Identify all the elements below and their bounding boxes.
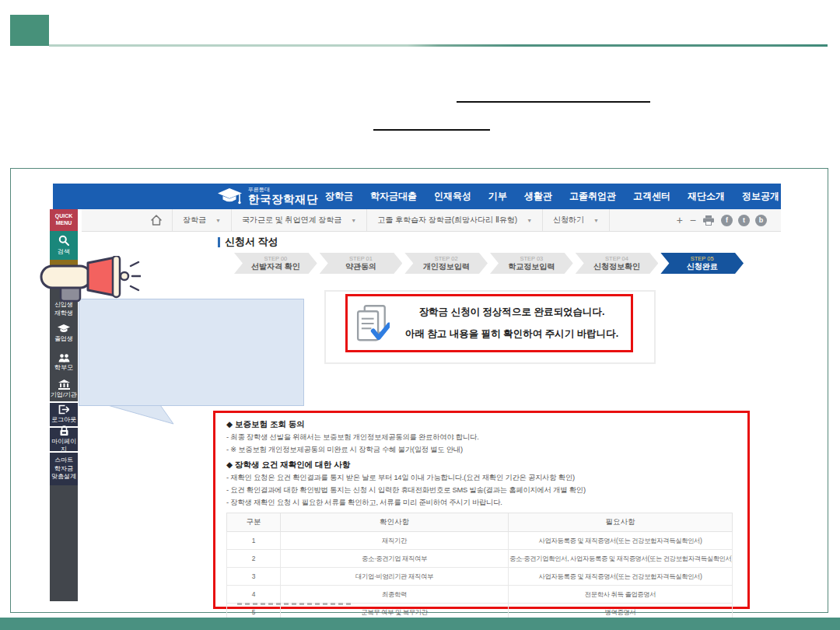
sidebar-item-label: 기업/기관: [51, 391, 77, 399]
breadcrumb-dropdown[interactable]: 국가근로 및 취업연계 장학금▼: [231, 209, 366, 231]
megaphone-icon: [40, 256, 141, 304]
table-cell: 4: [227, 586, 281, 604]
home-icon[interactable]: [150, 214, 163, 226]
step-label: 선발자격 확인: [251, 262, 300, 271]
breadcrumb-dropdown[interactable]: 장학금▼: [172, 209, 231, 231]
step-number: STEP 03: [520, 255, 543, 262]
completion-message-text: 장학금 신청이 정상적으로 완료되었습니다. 아래 참고 내용을 필히 확인하여…: [401, 302, 623, 345]
table-cell: 재직기간: [281, 532, 509, 550]
facebook-icon[interactable]: f: [721, 215, 733, 226]
notice-bullet: - 최종 장학생 선발을 위해서는 보증보험 개인정보제공동의를 완료하여야 합…: [226, 431, 738, 443]
completion-highlight-box: 장학금 신청이 정상적으로 완료되었습니다. 아래 참고 내용을 필히 확인하여…: [345, 294, 633, 352]
nav-item[interactable]: 정보공개: [742, 190, 779, 203]
sidebar-item-label: 로그아웃: [51, 416, 76, 424]
required-documents-table: 구분확인사항필요사항 1재직기간사업자등록증 및 재직증명서(또는 건강보험자격…: [226, 513, 733, 621]
website-screenshot-frame: 푸른등대 한국장학재단 장학금학자금대출인재육성기부생활관고졸취업관고객센터재단…: [10, 168, 828, 613]
step-indicator: STEP 00선발자격 확인STEP 01약관동의STEP 02개인정보입력ST…: [234, 253, 744, 274]
step-number: STEP 02: [435, 255, 458, 262]
graduation-cap-icon: [218, 187, 244, 205]
table-cell: 최종학력: [281, 586, 509, 604]
table-cell: 전문학사 취득 졸업증명서: [509, 586, 733, 604]
breadcrumb-dropdown[interactable]: 신청하기▼: [542, 209, 610, 231]
table-row: 2중소·중견기업 재직여부중소·중견기업확인서, 사업자등록증 및 재직증명서(…: [227, 550, 733, 568]
sidebar-item-label: 졸업생: [54, 335, 73, 343]
step-chevron: STEP 01약관동의: [320, 253, 403, 274]
nav-item[interactable]: 생활관: [524, 190, 552, 203]
table-cell: 1: [227, 532, 281, 550]
table-column-header: 필요사항: [509, 513, 733, 532]
breadcrumb-dropdown[interactable]: 고졸 후학습자 장학금(희망사다리 Ⅱ유형)▼: [366, 209, 542, 231]
nav-item[interactable]: 학자금대출: [370, 190, 417, 203]
slide-accent-block: [10, 15, 49, 46]
blog-icon[interactable]: b: [755, 215, 767, 226]
site-navbar: 푸른등대 한국장학재단 장학금학자금대출인재육성기부생활관고졸취업관고객센터재단…: [53, 184, 781, 209]
nav-item[interactable]: 인재육성: [434, 190, 471, 203]
sns-share-icons: ftb: [721, 215, 767, 226]
breadcrumb-bar: 장학금▼국가근로 및 취업연계 장학금▼고졸 후학습자 장학금(희망사다리 Ⅱ유…: [82, 209, 781, 232]
sidebar-item[interactable]: 기업/기관: [50, 378, 78, 401]
clipped-note-text: [237, 603, 354, 605]
sidebar-item[interactable]: 스마트 학자금 맞춤설계: [50, 453, 78, 485]
quick-menu-header: QUICK MENU: [50, 209, 78, 231]
table-cell: 사업자등록증 및 재직증명서(또는 건강보험자격득실확인서): [509, 568, 733, 586]
logo-title: 한국장학재단: [248, 193, 318, 205]
table-column-header: 확인사항: [281, 513, 509, 532]
step-chevron: STEP 02개인정보입력: [404, 253, 488, 274]
zoom-in-button[interactable]: +: [677, 215, 683, 226]
sidebar-item-label: 스마트 학자금 맞춤설계: [51, 457, 76, 481]
chevron-down-icon: ▼: [215, 218, 221, 223]
step-number: STEP 05: [691, 255, 714, 262]
slide-page: { "colors": { "accent_teal": "#47917a", …: [0, 0, 840, 630]
completion-line-2: 아래 참고 내용을 필히 확인하여 주시기 바랍니다.: [401, 324, 623, 345]
step-chevron: STEP 05신청완료: [660, 253, 744, 274]
speech-bubble-callout: [79, 299, 304, 406]
institution-icon: [58, 380, 70, 390]
notice-content: ◆ 보증보험 조회 동의- 최종 장학생 선발을 위해서는 보증보험 개인정보제…: [226, 418, 738, 621]
printer-icon[interactable]: [703, 215, 714, 226]
twitter-icon[interactable]: t: [738, 215, 750, 226]
step-label: 개인정보입력: [423, 262, 470, 271]
graduation-cap-icon: [58, 324, 70, 334]
table-cell: 2: [227, 550, 281, 568]
slide-footer-band: [0, 618, 840, 630]
step-label: 약관동의: [345, 262, 376, 271]
notice-bullet: - 재확인 요청은 요건 확인결과를 통지 받은 날로 부터 14일 이내 가능…: [226, 471, 738, 484]
site-logo[interactable]: 푸른등대 한국장학재단: [218, 187, 318, 205]
zoom-out-button[interactable]: −: [690, 215, 696, 226]
sidebar-item[interactable]: 로그아웃: [50, 403, 78, 426]
slide-divider-line: [49, 44, 828, 47]
search-icon: [58, 235, 69, 246]
sidebar-item-label: 학부모: [54, 364, 73, 372]
notice-highlight-box: ◆ 보증보험 조회 동의- 최종 장학생 선발을 위해서는 보증보험 개인정보제…: [213, 411, 750, 609]
chevron-down-icon: ▼: [351, 218, 356, 223]
table-row: 4최종학력전문학사 취득 졸업증명서: [227, 586, 733, 604]
lock-icon: [59, 425, 69, 436]
nav-item[interactable]: 장학금: [325, 190, 353, 203]
table-column-header: 구분: [227, 513, 281, 532]
chevron-down-icon: ▼: [593, 218, 599, 223]
sidebar-item[interactable]: 졸업생: [50, 319, 78, 348]
notice-bullet: - 요건 확인결과에 대한 확인방법 통지는 신청 시 입력한 휴대전화번호로 …: [226, 484, 738, 496]
step-label: 학교정보입력: [508, 262, 555, 271]
breadcrumb-label: 국가근로 및 취업연계 장학금: [242, 215, 341, 226]
nav-item[interactable]: 기부: [488, 190, 507, 203]
title-accent-bar: [218, 237, 220, 247]
sidebar-filler: [50, 485, 78, 601]
nav-item[interactable]: 재단소개: [688, 190, 725, 203]
table-row: 3대기업·비영리기관 재직여부사업자등록증 및 재직증명서(또는 건강보험자격득…: [227, 568, 733, 586]
completion-line-1: 장학금 신청이 정상적으로 완료되었습니다.: [401, 302, 623, 324]
sidebar-item[interactable]: 학부모: [50, 348, 78, 378]
table-cell: 중소·중견기업확인서, 사업자등록증 및 재직증명서(또는 건강보험자격득실확인…: [509, 550, 733, 568]
page-title: 신청서 작성: [218, 235, 278, 249]
sidebar-item[interactable]: 마이페이지: [50, 428, 78, 451]
notice-bullet: - 장학생 재확인 요청 시 필요한 서류를 확인하고, 서류를 미리 준비하여…: [226, 496, 738, 509]
breadcrumb-utilities: + − ftb: [677, 209, 767, 231]
nav-item[interactable]: 고객센터: [633, 190, 670, 203]
notice-section-title: ◆ 장학생 요건 재확인에 대한 사항: [226, 458, 738, 471]
notice-bullet: - ※ 보증보험 개인정보제공동의 미완료 시 장학금 수혜 불가(일정 별도 …: [226, 443, 738, 456]
table-header: 구분확인사항필요사항: [227, 513, 733, 532]
nav-item[interactable]: 고졸취업관: [569, 190, 616, 203]
step-number: STEP 00: [264, 255, 287, 262]
step-label: 신청정보확인: [593, 262, 640, 271]
slide-underline: [373, 129, 490, 131]
